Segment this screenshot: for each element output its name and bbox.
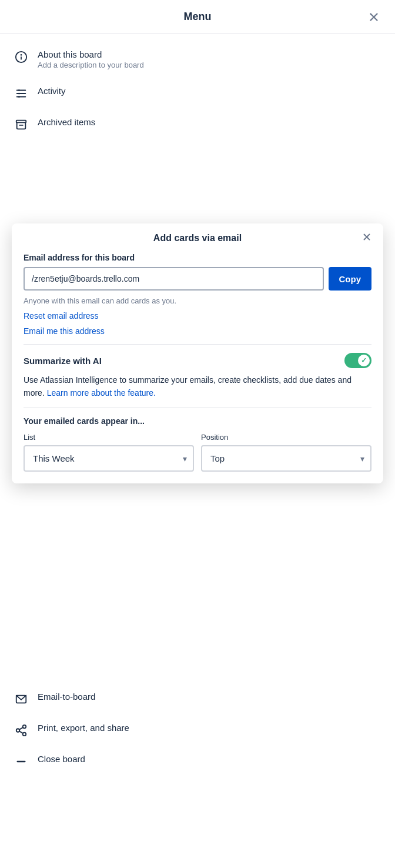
info-icon [14, 50, 28, 64]
email-icon [14, 692, 28, 706]
activity-title: Activity [38, 86, 66, 96]
list-label: List [24, 433, 194, 442]
modal-body: Email address for this board Copy Anyone… [12, 251, 383, 483]
reset-email-link[interactable]: Reset email address [24, 311, 371, 321]
list-dropdown-group: List This Week To Do Doing Done ▾ [24, 433, 194, 472]
menu-item-archived[interactable]: Archived items [0, 109, 395, 140]
cards-appear-label: Your emailed cards appear in... [24, 416, 371, 426]
email-section-label: Email address for this board [24, 253, 371, 262]
learn-more-link[interactable]: Learn more about the feature. [47, 388, 156, 398]
minus-icon [14, 755, 28, 769]
list-select[interactable]: This Week To Do Doing Done [24, 445, 194, 472]
modal-close-button[interactable] [359, 229, 375, 245]
archived-content: Archived items [38, 117, 95, 127]
position-select[interactable]: Top Bottom [201, 445, 371, 472]
email-modal: Add cards via email Email address for th… [12, 223, 383, 483]
copy-button[interactable]: Copy [329, 267, 372, 291]
position-dropdown-wrapper: Top Bottom ▾ [201, 445, 371, 472]
close-board-title: Close board [38, 754, 85, 764]
svg-line-20 [19, 727, 23, 730]
share-icon [14, 723, 28, 737]
menu-close-button[interactable] [364, 8, 383, 26]
position-label: Position [201, 433, 371, 442]
position-dropdown-group: Position Top Bottom ▾ [201, 433, 371, 472]
modal-title: Add cards via email [153, 233, 242, 243]
about-title: About this board [38, 49, 144, 59]
menu-item-activity[interactable]: Activity [0, 78, 395, 109]
close-board-content: Close board [38, 754, 85, 764]
print-export-title: Print, export, and share [38, 723, 129, 733]
email-hint: Anyone with this email can add cards as … [24, 296, 371, 305]
email-input-row: Copy [24, 267, 371, 291]
svg-rect-11 [16, 121, 26, 123]
svg-point-8 [18, 93, 20, 95]
panel: Menu About this board Add a description … [0, 0, 395, 868]
ai-row: Summarize with AI ✓ [24, 353, 371, 368]
divider-1 [24, 344, 371, 345]
modal-close-icon [361, 232, 372, 242]
email-me-link[interactable]: Email me this address [24, 326, 371, 336]
toggle-check-icon: ✓ [361, 356, 367, 365]
about-subtitle: Add a description to your board [38, 61, 144, 69]
list-dropdown-wrapper: This Week To Do Doing Done ▾ [24, 445, 194, 472]
modal-header: Add cards via email [12, 223, 383, 251]
ai-description: Use Atlassian Intelligence to summarize … [24, 374, 371, 399]
menu-items-top: About this board Add a description to yo… [0, 34, 395, 147]
toggle-thumb: ✓ [358, 355, 370, 366]
activity-content: Activity [38, 86, 66, 96]
menu-title: Menu [184, 11, 212, 23]
svg-point-10 [18, 96, 20, 98]
divider-2 [24, 408, 371, 408]
ai-label: Summarize with AI [24, 356, 102, 366]
archived-title: Archived items [38, 117, 95, 127]
archive-icon [14, 118, 28, 132]
menu-item-close-board[interactable]: Close board [0, 746, 395, 777]
dropdowns-row: List This Week To Do Doing Done ▾ Positi… [24, 433, 371, 472]
print-export-content: Print, export, and share [38, 723, 129, 733]
menu-item-print-export[interactable]: Print, export, and share [0, 715, 395, 746]
ai-toggle[interactable]: ✓ [344, 353, 371, 368]
close-icon [367, 11, 380, 24]
menu-item-email-to-board[interactable]: Email-to-board [0, 683, 395, 715]
email-address-input[interactable] [24, 267, 324, 291]
menu-item-about[interactable]: About this board Add a description to yo… [0, 41, 395, 78]
about-content: About this board Add a description to yo… [38, 49, 144, 69]
svg-line-19 [19, 731, 23, 733]
activity-icon [14, 86, 28, 101]
menu-header: Menu [0, 0, 395, 34]
svg-point-6 [18, 89, 20, 91]
email-to-board-title: Email-to-board [38, 692, 95, 702]
bottom-menu: Email-to-board Print, export, and share [0, 676, 395, 784]
email-to-board-content: Email-to-board [38, 692, 95, 702]
